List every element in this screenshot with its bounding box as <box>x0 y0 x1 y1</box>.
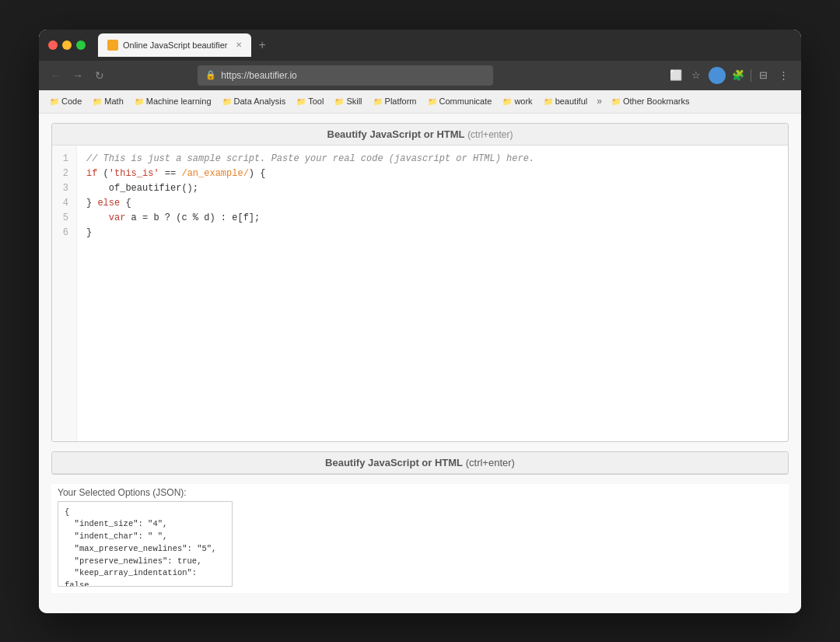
bookmark-skill[interactable]: 📁 Skill <box>330 95 366 107</box>
separator <box>751 69 751 82</box>
address-bar: ← → ↻ 🔒 https://beautifier.io ⬜ ☆ 🧩 ⊟ ⋮ <box>39 61 801 90</box>
url-bar[interactable]: 🔒 https://beautifier.io <box>198 65 493 86</box>
tab-favicon <box>107 40 118 51</box>
close-button[interactable] <box>48 40 58 50</box>
bookmark-tool[interactable]: 📁 Tool <box>292 95 328 107</box>
screenshot-icon[interactable]: ⬜ <box>668 68 684 83</box>
tab-title: Online JavaScript beautifier <box>123 40 228 50</box>
bookmark-communicate[interactable]: 📁 Communicate <box>423 95 497 107</box>
bookmark-work[interactable]: 📁 work <box>498 95 537 107</box>
line-number: 5 <box>57 211 72 226</box>
new-tab-button[interactable]: + <box>254 38 271 52</box>
bookmark-label: Communicate <box>439 96 492 106</box>
bookmark-math[interactable]: 📁 Math <box>88 95 128 107</box>
folder-icon: 📁 <box>222 97 232 106</box>
bookmark-data-analysis[interactable]: 📁 Data Analysis <box>218 95 291 107</box>
bookmark-label: Machine learning <box>146 96 212 106</box>
bookmark-label: beautiful <box>555 96 588 106</box>
extension-icon[interactable]: 🧩 <box>730 68 746 83</box>
bookmarks-bar: 📁 Code 📁 Math 📁 Machine learning 📁 Data … <box>39 90 801 114</box>
lock-icon: 🔒 <box>205 70 216 80</box>
top-editor-shortcut: (ctrl+enter) <box>467 129 513 140</box>
reload-button[interactable]: ↻ <box>92 69 107 82</box>
bookmark-machine-learning[interactable]: 📁 Machine learning <box>130 95 216 107</box>
folder-icon: 📁 <box>611 97 621 106</box>
options-label: Your Selected Options (JSON): <box>51 484 789 501</box>
editor-body: 1 2 3 4 5 6 // This is just a sample scr… <box>52 146 788 441</box>
folder-icon: 📁 <box>93 97 102 106</box>
line-numbers: 1 2 3 4 5 6 <box>52 146 77 441</box>
folder-icon: 📁 <box>334 97 344 106</box>
line-number: 4 <box>57 196 72 211</box>
top-editor: Beautify JavaScript or HTML (ctrl+enter)… <box>51 123 789 442</box>
tab-area: Online JavaScript beautifier ✕ + <box>98 33 792 57</box>
code-editor[interactable]: // This is just a sample script. Paste y… <box>77 146 788 441</box>
bookmark-platform[interactable]: 📁 Platform <box>369 95 422 107</box>
profile-button[interactable] <box>709 67 726 84</box>
bottom-editor-title: Beautify JavaScript or HTML <box>325 457 463 468</box>
bottom-editor-header[interactable]: Beautify JavaScript or HTML (ctrl+enter) <box>52 452 788 474</box>
customize-icon[interactable]: ⊟ <box>756 68 772 83</box>
bookmark-label: Other Bookmarks <box>623 96 690 106</box>
folder-icon: 📁 <box>502 97 512 106</box>
top-editor-header[interactable]: Beautify JavaScript or HTML (ctrl+enter) <box>52 124 788 146</box>
browser-actions: ⬜ ☆ 🧩 ⊟ ⋮ <box>668 67 792 84</box>
bookmark-label: Math <box>104 96 123 106</box>
line-number: 3 <box>57 181 72 196</box>
minimize-button[interactable] <box>62 40 72 50</box>
options-textarea[interactable]: { "indent_size": "4", "indent_char": " "… <box>58 501 233 587</box>
top-editor-title: Beautify JavaScript or HTML <box>327 128 465 140</box>
bookmark-beautiful[interactable]: 📁 beautiful <box>539 95 593 107</box>
bookmark-label: Platform <box>385 96 417 106</box>
options-container: Your Selected Options (JSON): { "indent_… <box>51 484 789 593</box>
forward-button[interactable]: → <box>70 69 86 82</box>
folder-icon: 📁 <box>50 97 59 106</box>
folder-icon: 📁 <box>544 97 553 106</box>
bottom-editor: Beautify JavaScript or HTML (ctrl+enter) <box>51 451 789 475</box>
bookmark-label: work <box>514 96 532 106</box>
star-icon[interactable]: ☆ <box>688 68 704 83</box>
line-number: 1 <box>57 152 72 167</box>
bookmark-other[interactable]: 📁 Other Bookmarks <box>607 95 695 107</box>
bottom-editor-shortcut: (ctrl+enter) <box>466 457 515 468</box>
folder-icon: 📁 <box>296 97 306 106</box>
browser-window: Online JavaScript beautifier ✕ + ← → ↻ 🔒… <box>39 30 801 613</box>
bookmark-label: Code <box>61 96 82 106</box>
traffic-lights <box>48 40 86 50</box>
bookmark-label: Skill <box>346 96 362 106</box>
tab-close-button[interactable]: ✕ <box>236 40 242 49</box>
menu-button[interactable]: ⋮ <box>776 68 792 83</box>
line-number: 6 <box>57 226 72 240</box>
folder-icon: 📁 <box>135 97 144 106</box>
title-bar: Online JavaScript beautifier ✕ + <box>39 30 801 61</box>
maximize-button[interactable] <box>76 40 86 50</box>
bookmarks-more-button[interactable]: » <box>593 94 605 108</box>
url-text: https://beautifier.io <box>221 70 296 81</box>
bookmark-label: Data Analysis <box>234 96 286 106</box>
folder-icon: 📁 <box>428 97 437 106</box>
line-number: 2 <box>57 167 72 181</box>
active-tab[interactable]: Online JavaScript beautifier ✕ <box>98 33 251 57</box>
bookmark-code[interactable]: 📁 Code <box>45 95 86 107</box>
folder-icon: 📁 <box>373 97 383 106</box>
back-button[interactable]: ← <box>48 69 64 82</box>
bookmark-label: Tool <box>308 96 324 106</box>
page-content: Beautify JavaScript or HTML (ctrl+enter)… <box>39 114 801 613</box>
